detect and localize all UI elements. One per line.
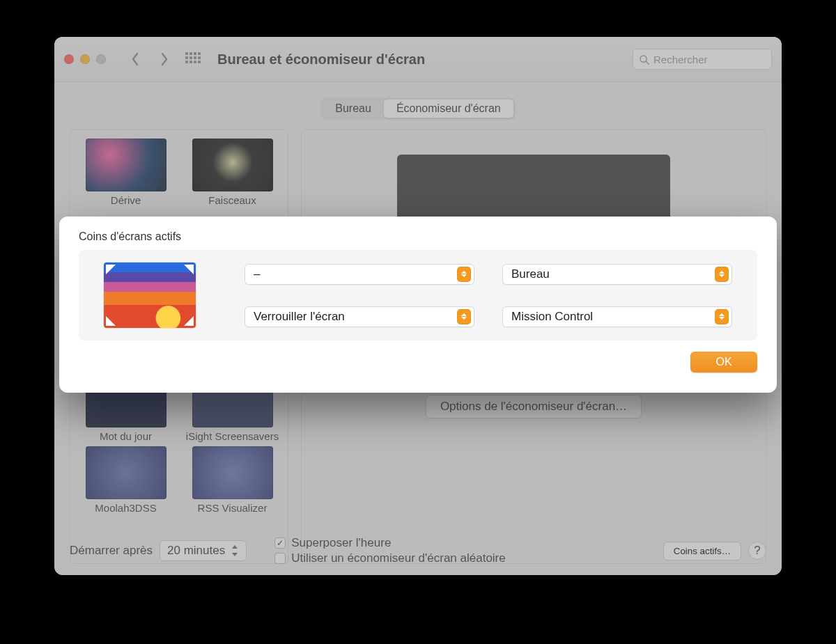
corner-bottom-left-select[interactable]: Verrouiller l'écran	[245, 306, 474, 327]
corner-top-left-select[interactable]: –	[245, 264, 474, 285]
updown-icon	[457, 267, 471, 282]
corner-bottom-right-select[interactable]: Mission Control	[502, 306, 732, 327]
ok-button[interactable]: OK	[690, 352, 757, 372]
select-value: Verrouiller l'écran	[254, 310, 457, 324]
corner-marker-icon	[106, 265, 116, 274]
select-value: Bureau	[511, 267, 715, 281]
corner-marker-icon	[184, 265, 194, 274]
updown-icon	[457, 309, 471, 324]
select-value: –	[254, 267, 457, 281]
desktop-preview	[104, 262, 196, 328]
updown-icon	[715, 309, 729, 324]
select-value: Mission Control	[511, 310, 715, 324]
hot-corners-sheet: Coins d'écrans actifs – Bureau Verrouill…	[59, 217, 777, 393]
corner-top-right-select[interactable]: Bureau	[502, 264, 732, 285]
sheet-title: Coins d'écrans actifs	[79, 230, 757, 243]
corner-marker-icon	[106, 316, 116, 326]
sheet-body: – Bureau Verrouiller l'écran Mission Con…	[79, 250, 757, 340]
corner-marker-icon	[184, 316, 194, 326]
updown-icon	[715, 267, 729, 282]
